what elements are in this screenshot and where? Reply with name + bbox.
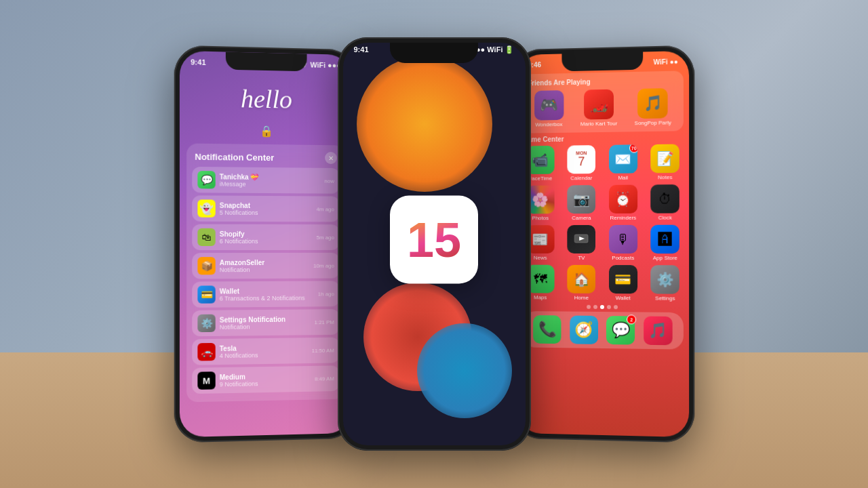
home-icon: 🏠	[567, 265, 595, 293]
settings2-label: Settings	[655, 296, 675, 302]
center-screen-bg: 9:41 ●●● WiFi 🔋 15	[343, 43, 526, 445]
nc-item-snapchat-title: Snapchat	[219, 201, 312, 209]
app-clock[interactable]: ⏱ Clock	[646, 184, 683, 221]
nc-item-snapchat-subtitle: 5 Notifications	[219, 209, 312, 216]
appstore-icon: 🅰	[650, 225, 679, 253]
app-mail[interactable]: ✉️ 70 Mail	[604, 144, 641, 181]
nc-item-tesla-content: Tesla 4 Notifications	[219, 344, 307, 359]
nc-item-wallet[interactable]: 💳 Wallet 6 Transactions & 2 Notification…	[192, 281, 339, 307]
right-notch	[561, 52, 643, 72]
app-home[interactable]: 🏠 Home	[563, 265, 599, 301]
app-appstore[interactable]: 🅰 App Store	[646, 225, 683, 262]
app-calendar[interactable]: MON 7 Calendar	[563, 145, 599, 181]
podcasts-label: Podcasts	[612, 255, 634, 261]
center-time: 9:41	[354, 45, 369, 54]
ios15-number: 15	[407, 216, 461, 264]
nc-item-amazon-title: AmazonSeller	[219, 258, 309, 266]
home-label: Home	[574, 295, 588, 301]
tv-label: TV	[578, 255, 585, 261]
nc-item-shopify[interactable]: 🛍 Shopify 6 Notifications 5m ago	[192, 224, 339, 250]
nc-item-settings[interactable]: ⚙️ Settings Notification Notification 1:…	[192, 309, 339, 336]
podcasts-icon: 🎙	[608, 225, 637, 253]
nc-header: Notification Center ✕	[192, 149, 339, 168]
app-podcasts[interactable]: 🎙 Podcasts	[604, 225, 641, 261]
settings2-icon: ⚙️	[650, 265, 679, 294]
tv-icon	[567, 225, 595, 253]
friends-playing-widget[interactable]: Friends Are Playing 🎮 Wonderbox 🏎️ Mario…	[522, 70, 683, 133]
news-label: News	[533, 255, 547, 261]
center-phone-screen: 9:41 ●●● WiFi 🔋 15	[343, 43, 526, 445]
snapchat-icon: 👻	[197, 199, 215, 217]
app-grid-row1: 📹 FaceTime MON 7 Calendar ✉️ 70	[517, 144, 688, 182]
widget-apps-row: 🎮 Wonderbox 🏎️ Mario Kart Tour 🎵 SongPop…	[528, 88, 677, 128]
nc-item-shopify-time: 5m ago	[316, 235, 334, 241]
nc-item-imessage-time: now	[324, 178, 334, 184]
widget-app-songpop[interactable]: 🎵 SongPop Party	[634, 88, 671, 126]
dot-4[interactable]	[606, 305, 610, 309]
dot-3-active[interactable]	[600, 305, 604, 309]
left-phone-screen: 9:41 ▲▼ WiFi ●●● hello 🔒 Notification Ce…	[179, 51, 351, 437]
wonderbox-label: Wonderbox	[535, 121, 562, 128]
nc-close-button[interactable]: ✕	[325, 152, 337, 164]
nc-item-shopify-content: Shopify 6 Notifications	[219, 230, 312, 244]
dock-messages[interactable]: 💬 2	[606, 316, 635, 345]
wallet-icon: 💳	[197, 285, 215, 303]
wallet2-label: Wallet	[615, 295, 630, 301]
nc-item-tesla-subtitle: 4 Notifications	[219, 351, 307, 359]
dock-phone[interactable]: 📞	[533, 315, 561, 344]
clock-icon: ⏱	[650, 184, 679, 214]
dock-safari[interactable]: 🧭	[570, 316, 598, 344]
nc-item-wallet-content: Wallet 6 Transactions & 2 Notifications	[219, 287, 313, 302]
nc-item-imessage[interactable]: 💬 Tanichka 💝 iMessage now	[192, 167, 339, 194]
app-grid-row3: 📰 News TV 🎙 Podc	[517, 225, 688, 262]
nc-item-amazon[interactable]: 📦 AmazonSeller Notification 10m ago	[192, 253, 339, 279]
nc-item-shopify-title: Shopify	[219, 230, 312, 237]
wonderbox-icon: 🎮	[534, 90, 563, 120]
shopify-icon: 🛍	[197, 228, 215, 246]
nc-item-medium-subtitle: 9 Notifications	[219, 379, 310, 387]
dot-1[interactable]	[587, 305, 591, 309]
nc-item-snapchat[interactable]: 👻 Snapchat 5 Notifications 4m ago	[192, 195, 339, 222]
left-time: 9:41	[191, 58, 205, 66]
songpop-icon: 🎵	[637, 88, 667, 119]
nc-item-tesla[interactable]: 🚗 Tesla 4 Notifications 11:50 AM	[192, 338, 339, 365]
calendar-label: Calendar	[570, 175, 592, 181]
photos-label: Photos	[532, 215, 548, 221]
nc-item-shopify-subtitle: 6 Notifications	[219, 237, 312, 244]
notes-label: Notes	[658, 174, 672, 180]
dock-music[interactable]: 🎵	[643, 317, 672, 346]
nc-item-imessage-content: Tanichka 💝 iMessage	[219, 173, 320, 188]
mariokart-icon: 🏎️	[584, 89, 614, 120]
messages-badge: 2	[627, 314, 636, 324]
app-settings[interactable]: ⚙️ Settings	[646, 265, 683, 302]
nc-item-medium[interactable]: M Medium 9 Notifications 8:49 AM	[192, 365, 339, 394]
nc-item-snapchat-time: 4m ago	[316, 206, 334, 212]
app-camera[interactable]: 📷 Camera	[563, 185, 599, 221]
right-phone-screen: 9:46 WiFi ●● Friends Are Playing 🎮 Wonde…	[517, 51, 688, 437]
notification-center-panel[interactable]: Notification Center ✕ 💬 Tanichka 💝 iMess…	[186, 143, 344, 402]
app-tv[interactable]: TV	[563, 225, 599, 261]
blob-blue	[417, 323, 512, 418]
medium-icon: M	[197, 371, 215, 390]
widget-header: Friends Are Playing	[528, 77, 677, 87]
dot-2[interactable]	[593, 305, 597, 309]
amazon-icon: 📦	[197, 257, 215, 274]
app-grid-row2: 🌸 Photos 📷 Camera ⏰ Reminders ⏱ Clock	[517, 184, 688, 221]
nc-item-settings-content: Settings Notification Notification	[219, 315, 310, 330]
app-wallet[interactable]: 💳 Wallet	[604, 265, 641, 301]
phone-center: 9:41 ●●● WiFi 🔋 15	[338, 37, 531, 451]
nc-item-imessage-subtitle: iMessage	[219, 180, 320, 188]
app-notes[interactable]: 📝 Notes	[646, 144, 683, 180]
widget-app-wonderbox[interactable]: 🎮 Wonderbox	[534, 90, 563, 127]
nc-item-amazon-content: AmazonSeller Notification	[219, 258, 309, 272]
nc-item-wallet-subtitle: 6 Transactions & 2 Notifications	[219, 294, 313, 302]
app-reminders[interactable]: ⏰ Reminders	[604, 185, 641, 221]
clock-label: Clock	[658, 215, 671, 221]
blob-orange	[357, 56, 492, 192]
nc-item-settings-time: 1:21 PM	[314, 319, 334, 325]
dot-5[interactable]	[613, 305, 617, 309]
settings-icon: ⚙️	[197, 314, 215, 332]
hello-text: hello	[179, 82, 351, 115]
widget-app-mariokart[interactable]: 🏎️ Mario Kart Tour	[580, 89, 616, 127]
lock-icon: 🔒	[179, 123, 351, 139]
